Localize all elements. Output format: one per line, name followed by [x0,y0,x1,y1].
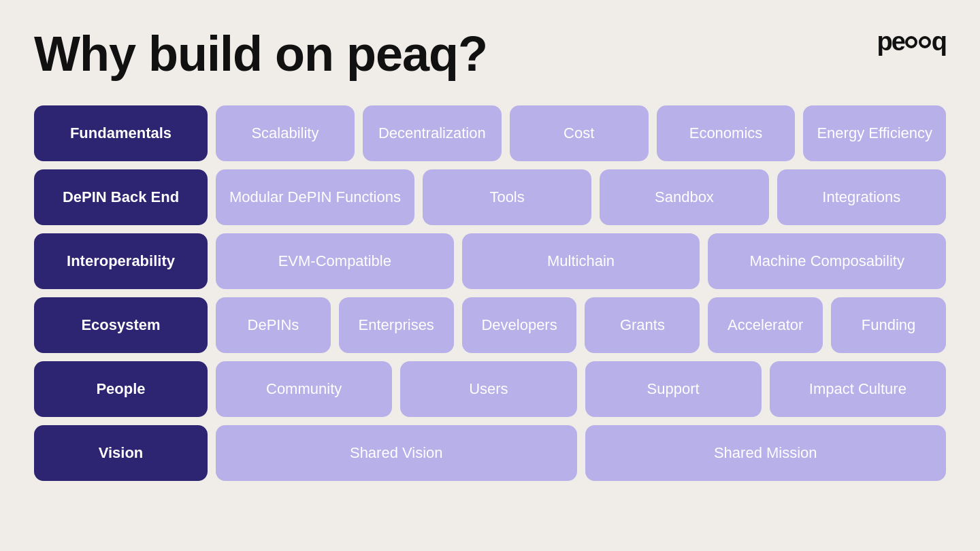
item-integrations[interactable]: Integrations [777,169,946,225]
item-community[interactable]: Community [216,361,392,417]
item-evm-compatible[interactable]: EVM-Compatible [216,233,454,289]
grid-row: EcosystemDePINsEnterprisesDevelopersGran… [34,297,946,353]
grid-row: PeopleCommunityUsersSupportImpact Cultur… [34,361,946,417]
header: Why build on peaq? peq [34,27,946,81]
item-users[interactable]: Users [400,361,576,417]
logo: peq [877,27,946,56]
category-people[interactable]: People [34,361,208,417]
category-depin-back-end[interactable]: DePIN Back End [34,169,208,225]
item-developers[interactable]: Developers [462,297,577,353]
item-support[interactable]: Support [585,361,762,417]
category-interoperability[interactable]: Interoperability [34,233,208,289]
category-fundamentals[interactable]: Fundamentals [34,105,208,161]
item-economics[interactable]: Economics [657,105,796,161]
page-title: Why build on peaq? [34,27,487,81]
item-tools[interactable]: Tools [423,169,591,225]
item-sandbox[interactable]: Sandbox [600,169,768,225]
category-ecosystem[interactable]: Ecosystem [34,297,208,353]
grid-row: VisionShared VisionShared Mission [34,425,946,481]
grid-row: FundamentalsScalabilityDecentralizationC… [34,105,946,161]
item-shared-mission[interactable]: Shared Mission [585,425,947,481]
item-scalability[interactable]: Scalability [216,105,355,161]
grid-row: DePIN Back EndModular DePIN FunctionsToo… [34,169,946,225]
item-accelerator[interactable]: Accelerator [708,297,823,353]
item-funding[interactable]: Funding [831,297,946,353]
item-cost[interactable]: Cost [510,105,649,161]
item-machine-composability[interactable]: Machine Composability [708,233,946,289]
item-energy-efficiency[interactable]: Energy Efficiency [803,105,946,161]
item-multichain[interactable]: Multichain [462,233,700,289]
item-depins[interactable]: DePINs [216,297,331,353]
grid-section: FundamentalsScalabilityDecentralizationC… [34,105,946,481]
category-vision[interactable]: Vision [34,425,208,481]
item-enterprises[interactable]: Enterprises [339,297,454,353]
item-shared-vision[interactable]: Shared Vision [216,425,577,481]
item-decentralization[interactable]: Decentralization [363,105,502,161]
grid-row: InteroperabilityEVM-CompatibleMultichain… [34,233,946,289]
item-impact-culture[interactable]: Impact Culture [770,361,946,417]
page-container: Why build on peaq? peq FundamentalsScala… [0,0,980,551]
item-grants[interactable]: Grants [585,297,700,353]
item-modular-depin-functions[interactable]: Modular DePIN Functions [216,169,414,225]
